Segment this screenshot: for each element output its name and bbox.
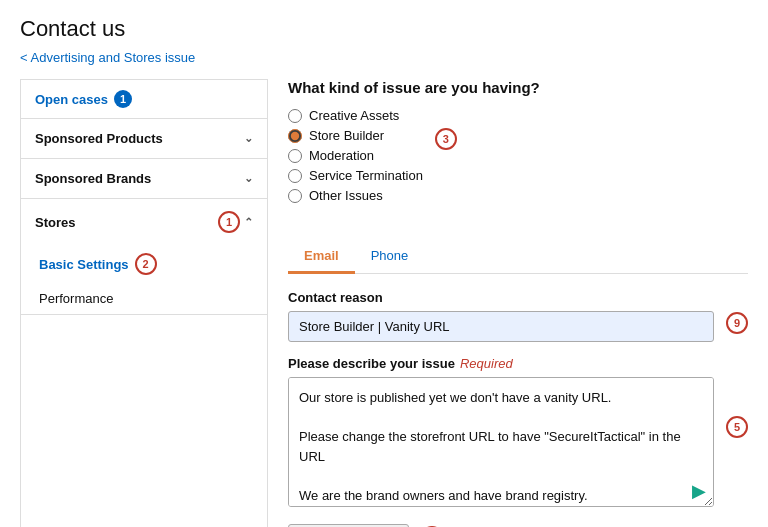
sidebar-section-header-sponsored-brands[interactable]: Sponsored Brands ⌄ bbox=[21, 159, 267, 198]
sidebar-section-label-sponsored-brands: Sponsored Brands bbox=[35, 171, 151, 186]
sidebar-open-cases[interactable]: Open cases 1 bbox=[21, 80, 267, 119]
annotation-1: 1 bbox=[218, 211, 240, 233]
tab-email[interactable]: Email bbox=[288, 240, 355, 274]
sidebar-section-header-stores[interactable]: Stores 1 ⌃ bbox=[21, 199, 267, 245]
refresh-icon[interactable]: ▶ bbox=[692, 480, 706, 502]
tabs: Email Phone bbox=[288, 240, 748, 274]
tab-phone[interactable]: Phone bbox=[355, 240, 425, 274]
breadcrumb[interactable]: Advertising and Stores issue bbox=[20, 50, 748, 65]
radio-moderation[interactable]: Moderation bbox=[288, 148, 423, 163]
sidebar-section-stores: Stores 1 ⌃ Basic Settings 2 Performance bbox=[21, 199, 267, 315]
textarea-wrapper: ▶ bbox=[288, 377, 714, 510]
annotation-2: 2 bbox=[135, 253, 157, 275]
contact-reason-input[interactable] bbox=[288, 311, 714, 342]
radio-other-issues[interactable]: Other Issues bbox=[288, 188, 423, 203]
radio-label-creative-assets: Creative Assets bbox=[309, 108, 399, 123]
radio-label-other-issues: Other Issues bbox=[309, 188, 383, 203]
describe-label: Please describe your issue Required bbox=[288, 356, 714, 371]
sidebar-item-basic-settings[interactable]: Basic Settings 2 bbox=[21, 245, 267, 283]
required-badge: Required bbox=[460, 356, 513, 371]
performance-label: Performance bbox=[39, 291, 113, 306]
chevron-down-icon: ⌄ bbox=[244, 172, 253, 185]
radio-label-moderation: Moderation bbox=[309, 148, 374, 163]
annotation-3: 3 bbox=[435, 128, 457, 150]
issue-radio-group: Creative Assets Store Builder Moderation… bbox=[288, 108, 423, 208]
sidebar-section-label-sponsored-products: Sponsored Products bbox=[35, 131, 163, 146]
annotation-5: 5 bbox=[726, 416, 748, 438]
annotation-9: 9 bbox=[726, 312, 748, 334]
sidebar-section-sponsored-products: Sponsored Products ⌄ bbox=[21, 119, 267, 159]
chevron-down-icon: ⌄ bbox=[244, 132, 253, 145]
contact-reason-label: Contact reason bbox=[288, 290, 714, 305]
chevron-up-icon: ⌃ bbox=[244, 216, 253, 229]
radio-store-builder[interactable]: Store Builder bbox=[288, 128, 423, 143]
radio-service-termination[interactable]: Service Termination bbox=[288, 168, 423, 183]
issue-question: What kind of issue are you having? bbox=[288, 79, 748, 96]
main-content: What kind of issue are you having? Creat… bbox=[268, 79, 748, 527]
sidebar-item-performance[interactable]: Performance bbox=[21, 283, 267, 314]
sidebar-sub-items-stores: Basic Settings 2 Performance bbox=[21, 245, 267, 314]
radio-label-store-builder: Store Builder bbox=[309, 128, 384, 143]
sidebar: Open cases 1 Sponsored Products ⌄ Sponso… bbox=[20, 79, 268, 527]
describe-textarea[interactable] bbox=[288, 377, 714, 507]
sidebar-section-label-stores: Stores bbox=[35, 215, 75, 230]
sidebar-section-header-sponsored-products[interactable]: Sponsored Products ⌄ bbox=[21, 119, 267, 158]
contact-reason-section: Contact reason 9 bbox=[288, 290, 748, 342]
describe-section: Please describe your issue Required ▶ 5 bbox=[288, 356, 748, 510]
radio-creative-assets[interactable]: Creative Assets bbox=[288, 108, 423, 123]
radio-label-service-termination: Service Termination bbox=[309, 168, 423, 183]
page-title: Contact us bbox=[20, 16, 748, 42]
open-cases-label: Open cases bbox=[35, 92, 108, 107]
open-cases-badge: 1 bbox=[114, 90, 132, 108]
sidebar-section-sponsored-brands: Sponsored Brands ⌄ bbox=[21, 159, 267, 199]
basic-settings-label: Basic Settings bbox=[39, 257, 129, 272]
